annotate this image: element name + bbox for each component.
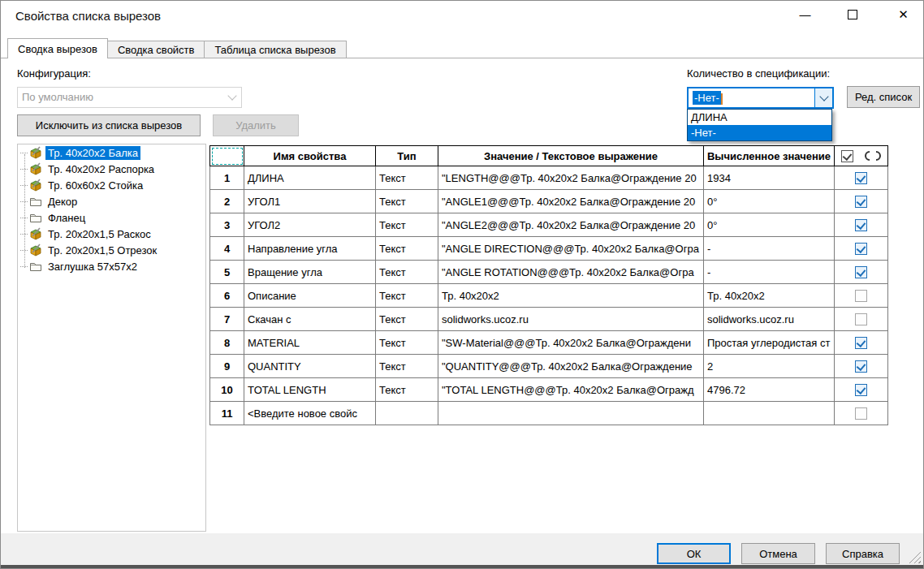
type-cell[interactable]: Текст	[376, 166, 438, 190]
type-cell[interactable]	[376, 402, 438, 425]
tree-item[interactable]: Декор	[18, 193, 205, 209]
tab-1[interactable]: Сводка свойств	[107, 41, 205, 58]
row-number-cell[interactable]: 11	[210, 402, 244, 425]
tree-branch-line	[20, 185, 28, 186]
link-checkbox-cell[interactable]	[835, 284, 888, 308]
checkbox-checked[interactable]	[855, 172, 867, 184]
property-name-cell[interactable]: <Введите новое свойс	[244, 402, 376, 425]
row-number-cell[interactable]: 10	[210, 378, 244, 402]
property-name-cell[interactable]: ДЛИНА	[244, 166, 376, 190]
link-checkbox-cell[interactable]	[835, 331, 888, 355]
minimize-button[interactable]: —	[787, 1, 823, 28]
maximize-button[interactable]	[834, 1, 870, 28]
link-checkbox-cell[interactable]	[835, 308, 888, 331]
link-checkbox-cell[interactable]	[835, 213, 888, 237]
checkbox-checked[interactable]	[855, 337, 867, 349]
cancel-button[interactable]: Отмена	[741, 543, 815, 564]
select-all-checkbox[interactable]	[841, 150, 853, 162]
value-expression-cell[interactable]: solidworks.ucoz.ru	[438, 308, 704, 331]
configuration-dropdown-button[interactable]	[223, 88, 241, 107]
tree-item[interactable]: Тр. 40x20x2 Балка	[18, 144, 205, 161]
type-cell[interactable]: Текст	[376, 308, 438, 331]
link-checkbox-cell[interactable]	[835, 237, 888, 261]
checkbox-unchecked[interactable]	[855, 313, 867, 325]
row-number-cell[interactable]: 6	[210, 284, 244, 308]
checkbox-checked[interactable]	[855, 219, 867, 231]
tree-item[interactable]: Тр. 40x20x2 Распорка	[18, 161, 205, 177]
tab-2[interactable]: Таблица списка вырезов	[204, 41, 346, 58]
tree-branch-line	[20, 201, 28, 202]
row-number-cell[interactable]: 3	[210, 213, 244, 237]
value-expression-cell[interactable]: Тр. 40x20x2	[438, 284, 704, 308]
cut-list-item-icon	[29, 162, 42, 175]
checkbox-checked[interactable]	[855, 196, 867, 208]
row-number-cell[interactable]: 4	[210, 237, 244, 261]
value-expression-cell[interactable]: "ANGLE ROTATION@@@Тр. 40x20x2 Балка@Огра	[438, 261, 704, 284]
row-number-cell[interactable]: 8	[210, 331, 244, 355]
row-number-cell[interactable]: 5	[210, 261, 244, 284]
property-name-cell[interactable]: Скачан с	[244, 308, 376, 331]
property-name-cell[interactable]: Направление угла	[244, 237, 376, 261]
bom-quantity-combobox[interactable]: -Нет-	[687, 87, 834, 109]
property-name-cell[interactable]: QUANTITY	[244, 355, 376, 378]
tab-0[interactable]: Сводка вырезов	[7, 38, 108, 58]
value-expression-cell[interactable]: "ANGLE2@@@Тр. 40x20x2 Балка@Ограждение 2…	[438, 213, 704, 237]
link-checkbox-cell[interactable]	[835, 261, 888, 284]
value-expression-cell[interactable]: "QUANTITY@@@Тр. 40x20x2 Балка@Ограждение	[438, 355, 704, 378]
type-cell[interactable]: Текст	[376, 237, 438, 261]
close-button[interactable]: ✕	[885, 1, 922, 28]
property-name-cell[interactable]: Вращение угла	[244, 261, 376, 284]
property-name-cell[interactable]: УГОЛ1	[244, 190, 376, 213]
checkbox-checked[interactable]	[855, 266, 867, 278]
link-checkbox-cell[interactable]	[835, 402, 888, 425]
checkbox-checked[interactable]	[855, 243, 867, 255]
type-cell[interactable]: Текст	[376, 355, 438, 378]
cut-list-item-icon	[29, 146, 42, 159]
checkbox-unchecked[interactable]	[855, 407, 867, 420]
value-expression-cell[interactable]: "ANGLE DIRECTION@@@Тр. 40x20x2 Балка@Огр…	[438, 237, 704, 261]
evaluated-value-cell	[704, 402, 835, 425]
cut-list-item-icon	[29, 227, 42, 240]
row-number-cell[interactable]: 9	[210, 355, 244, 378]
dropdown-option[interactable]: -Нет-	[688, 125, 831, 140]
delete-button[interactable]: Удалить	[213, 114, 299, 136]
link-checkbox-cell[interactable]	[835, 190, 888, 213]
type-cell[interactable]: Текст	[376, 190, 438, 213]
edit-list-button[interactable]: Ред. список	[847, 86, 920, 108]
tree-item[interactable]: Тр. 20x20x1,5 Раскос	[18, 226, 205, 242]
link-checkbox-cell[interactable]	[835, 166, 888, 190]
value-expression-cell[interactable]: "ANGLE1@@@Тр. 40x20x2 Балка@Ограждение 2…	[438, 190, 704, 213]
type-cell[interactable]: Текст	[376, 331, 438, 355]
help-button[interactable]: Справка	[826, 543, 900, 564]
tree-item[interactable]: Фланец	[18, 209, 205, 226]
row-number-cell[interactable]: 2	[210, 190, 244, 213]
value-expression-cell[interactable]: "TOTAL LENGTH@@@Тр. 40x20x2 Балка@Огражд	[438, 378, 704, 402]
configuration-combobox[interactable]: По умолчанию	[17, 87, 242, 108]
value-expression-cell[interactable]	[438, 402, 704, 425]
ok-button[interactable]: ОК	[657, 543, 731, 564]
dropdown-option[interactable]: ДЛИНА	[688, 110, 831, 125]
exclude-from-cutlist-button[interactable]: Исключить из списка вырезов	[17, 114, 201, 136]
checkbox-unchecked[interactable]	[855, 290, 867, 302]
row-number-cell[interactable]: 7	[210, 308, 244, 331]
property-name-cell[interactable]: TOTAL LENGTH	[244, 378, 376, 402]
value-expression-cell[interactable]: "SW-Material@@@Тр. 40x20x2 Балка@Огражде…	[438, 331, 704, 355]
type-cell[interactable]: Текст	[376, 261, 438, 284]
tree-item-label: Фланец	[45, 211, 88, 225]
row-number-cell[interactable]: 1	[210, 166, 244, 190]
property-name-cell[interactable]: Описание	[244, 284, 376, 308]
value-expression-cell[interactable]: "LENGTH@@@Тр. 40x20x2 Балка@Ограждение 2…	[438, 166, 704, 190]
tree-item[interactable]: Заглушка 57x57x2	[18, 258, 205, 274]
property-name-cell[interactable]: УГОЛ2	[244, 213, 376, 237]
checkbox-checked[interactable]	[855, 360, 867, 373]
link-checkbox-cell[interactable]	[835, 355, 888, 378]
link-checkbox-cell[interactable]	[835, 378, 888, 402]
bom-quantity-dropdown-button[interactable]	[814, 88, 832, 107]
type-cell[interactable]: Текст	[376, 213, 438, 237]
checkbox-checked[interactable]	[855, 384, 867, 396]
tree-item[interactable]: Тр. 20x20x1,5 Отрезок	[18, 242, 205, 258]
type-cell[interactable]: Текст	[376, 284, 438, 308]
type-cell[interactable]: Текст	[376, 378, 438, 402]
tree-item[interactable]: Тр. 60x60x2 Стойка	[18, 177, 205, 193]
property-name-cell[interactable]: MATERIAL	[244, 331, 376, 355]
